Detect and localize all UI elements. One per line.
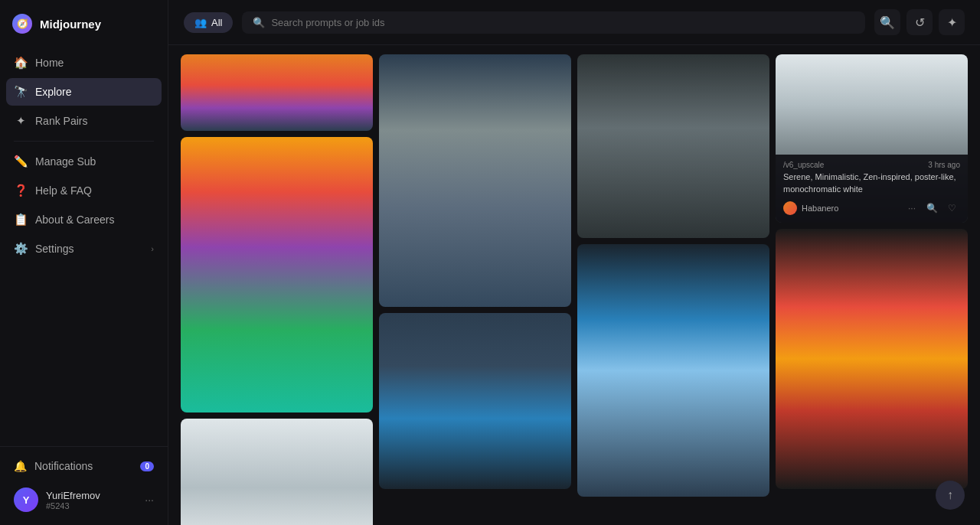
sidebar-item-settings[interactable]: ⚙️ Settings › bbox=[6, 235, 162, 262]
sidebar-nav: 🏠 Home 🔭 Explore ✦ Rank Pairs ✏️ Manage … bbox=[0, 44, 168, 446]
sidebar-item-explore[interactable]: 🔭 Explore bbox=[6, 78, 162, 106]
sidebar-item-rank-pairs[interactable]: ✦ Rank Pairs bbox=[6, 107, 162, 135]
sidebar-item-help-faq[interactable]: ❓ Help & FAQ bbox=[6, 177, 162, 204]
gallery: /v6_upscale 3 hrs ago Serene, Minimalist… bbox=[168, 45, 980, 525]
grid-col-1 bbox=[181, 54, 373, 525]
sidebar-item-about-careers[interactable]: 📋 About & Careers bbox=[6, 206, 162, 233]
item-author-avatar bbox=[783, 201, 797, 215]
rank-pairs-icon: ✦ bbox=[14, 114, 28, 128]
list-item[interactable] bbox=[776, 229, 968, 489]
list-item[interactable] bbox=[577, 244, 769, 497]
sidebar-item-manage-sub-label: Manage Sub bbox=[35, 155, 96, 168]
user-id: #5243 bbox=[46, 501, 137, 510]
topbar: 👥 All 🔍 🔍 ↺ ✦ bbox=[168, 0, 980, 45]
list-item[interactable] bbox=[577, 54, 769, 238]
about-careers-icon: 📋 bbox=[14, 213, 28, 227]
sidebar-bottom: 🔔 Notifications 0 Y YuriEfremov #5243 ··… bbox=[0, 446, 168, 525]
user-avatar: Y bbox=[14, 488, 38, 512]
list-item[interactable] bbox=[181, 137, 373, 412]
search-bar: 🔍 bbox=[242, 11, 865, 34]
item-prompt: Serene, Minimalistic, Zen-inspired, post… bbox=[783, 171, 960, 195]
home-icon: 🏠 bbox=[14, 56, 28, 70]
item-command: /v6_upscale 3 hrs ago bbox=[783, 161, 960, 169]
filter-all-icon: 👥 bbox=[194, 17, 207, 28]
scroll-up-button[interactable]: ↑ bbox=[936, 481, 965, 510]
user-info: YuriEfremov #5243 bbox=[46, 490, 137, 510]
list-item[interactable] bbox=[379, 54, 571, 307]
notifications-item[interactable]: 🔔 Notifications 0 bbox=[6, 453, 162, 479]
filter-all-button[interactable]: 👥 All bbox=[184, 12, 233, 33]
list-item[interactable] bbox=[181, 419, 373, 525]
sidebar-item-manage-sub[interactable]: ✏️ Manage Sub bbox=[6, 148, 162, 175]
grid-col-3 bbox=[577, 54, 769, 525]
user-more-icon[interactable]: ··· bbox=[145, 494, 154, 506]
item-command-text: /v6_upscale bbox=[783, 161, 824, 169]
settings-icon: ⚙️ bbox=[14, 242, 28, 256]
sidebar-item-settings-label: Settings bbox=[35, 243, 74, 255]
scroll-up-icon: ↑ bbox=[947, 488, 953, 502]
grid-col-2 bbox=[379, 54, 571, 525]
list-item[interactable] bbox=[379, 313, 571, 489]
app-name: Midjourney bbox=[40, 18, 101, 31]
item-time: 3 hrs ago bbox=[928, 161, 960, 169]
sidebar-item-help-faq-label: Help & FAQ bbox=[35, 184, 92, 197]
sidebar: 🧭 Midjourney 🏠 Home 🔭 Explore ✦ Rank Pai… bbox=[0, 0, 168, 525]
user-name: YuriEfremov bbox=[46, 490, 137, 501]
explore-icon: 🔭 bbox=[14, 85, 28, 99]
help-faq-icon: ❓ bbox=[14, 184, 28, 197]
notifications-label: Notifications bbox=[34, 460, 93, 472]
search-bar-icon: 🔍 bbox=[253, 17, 265, 28]
sidebar-item-about-careers-label: About & Careers bbox=[35, 214, 115, 226]
topbar-icons: 🔍 ↺ ✦ bbox=[874, 9, 965, 35]
main-content: 👥 All 🔍 🔍 ↺ ✦ bbox=[168, 0, 980, 525]
item-author-search-button[interactable]: 🔍 bbox=[923, 200, 940, 217]
topbar-sparkle-button[interactable]: ✦ bbox=[939, 9, 965, 35]
image-grid: /v6_upscale 3 hrs ago Serene, Minimalist… bbox=[181, 54, 968, 525]
filter-all-label: All bbox=[211, 17, 222, 28]
nav-divider bbox=[14, 141, 154, 142]
list-item[interactable] bbox=[181, 54, 373, 131]
logo-icon: 🧭 bbox=[12, 14, 32, 34]
sidebar-item-home[interactable]: 🏠 Home bbox=[6, 49, 162, 77]
topbar-refresh-button[interactable]: ↺ bbox=[906, 9, 933, 35]
grid-col-4: /v6_upscale 3 hrs ago Serene, Minimalist… bbox=[776, 54, 968, 525]
search-input[interactable] bbox=[271, 17, 854, 28]
app-logo[interactable]: 🧭 Midjourney bbox=[0, 0, 168, 44]
item-author-more-button[interactable]: ··· bbox=[903, 200, 920, 217]
item-author-heart-button[interactable]: ♡ bbox=[943, 200, 960, 217]
item-author-row: Habanero ··· 🔍 ♡ bbox=[783, 200, 960, 217]
list-item[interactable]: /v6_upscale 3 hrs ago Serene, Minimalist… bbox=[776, 54, 968, 223]
notification-bell-icon: 🔔 bbox=[14, 460, 27, 472]
topbar-search-button[interactable]: 🔍 bbox=[874, 9, 900, 35]
item-info-card: /v6_upscale 3 hrs ago Serene, Minimalist… bbox=[776, 155, 968, 223]
settings-arrow-icon: › bbox=[151, 244, 154, 253]
sidebar-item-explore-label: Explore bbox=[35, 86, 71, 98]
sidebar-item-rank-pairs-label: Rank Pairs bbox=[35, 115, 87, 127]
user-row[interactable]: Y YuriEfremov #5243 ··· bbox=[6, 481, 162, 519]
sidebar-item-home-label: Home bbox=[35, 57, 64, 69]
item-author-name: Habanero bbox=[802, 204, 899, 213]
manage-sub-icon: ✏️ bbox=[14, 155, 28, 168]
item-author-actions: ··· 🔍 ♡ bbox=[903, 200, 960, 217]
notifications-badge: 0 bbox=[140, 461, 154, 471]
